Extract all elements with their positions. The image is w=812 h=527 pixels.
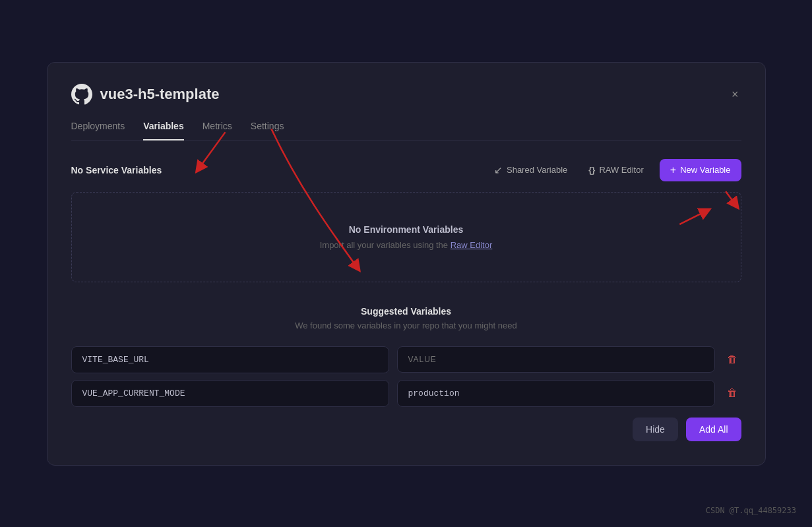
shared-variable-button[interactable]: ↙ Shared Variable [489,162,573,179]
variable-row-2: 🗑 [71,380,741,407]
tab-deployments[interactable]: Deployments [71,121,125,140]
suggested-title: Suggested Variables [71,306,741,317]
add-all-button[interactable]: Add All [686,418,741,441]
var-value-input-1[interactable] [397,346,715,373]
shared-variable-icon: ↙ [494,164,503,176]
modal-title: vue3-h5-template [100,86,220,103]
plus-icon: + [670,164,676,176]
suggested-subtitle: We found some variables in your repo tha… [71,321,741,330]
shared-variable-label: Shared Variable [507,165,567,175]
tab-variables[interactable]: Variables [143,121,184,140]
var-key-input-2[interactable] [71,380,389,407]
tabs-bar: Deployments Variables Metrics Settings [71,121,741,140]
hide-button[interactable]: Hide [633,418,678,441]
raw-editor-label: RAW Editor [599,165,643,175]
no-env-vars-title: No Environment Variables [88,224,725,235]
import-text: Import all your variables using the [320,240,448,250]
watermark: CSDN @T.qq_44859233 [706,506,796,515]
modal-overlay: vue3-h5-template × Deployments Variables… [0,0,812,527]
suggested-section: Suggested Variables We found some variab… [71,306,741,330]
var-key-input-1[interactable] [71,346,389,373]
no-service-variables-label: No Service Variables [71,165,162,175]
raw-editor-button[interactable]: {} RAW Editor [583,162,649,177]
new-variable-label: New Variable [680,165,730,175]
raw-editor-icon: {} [588,165,595,175]
section-header: No Service Variables ↙ Shared Variable {… [71,159,741,181]
variable-row-1: 🗑 [71,346,741,373]
raw-editor-link[interactable]: Raw Editor [451,240,493,250]
tab-metrics[interactable]: Metrics [203,121,232,140]
toolbar: ↙ Shared Variable {} RAW Editor + New Va… [489,159,741,181]
github-icon [71,84,92,105]
trash-icon-1: 🗑 [727,354,737,365]
trash-icon-2: 🗑 [727,387,737,398]
main-modal: vue3-h5-template × Deployments Variables… [47,62,766,466]
bottom-actions: Hide Add All [71,418,741,441]
empty-box-subtitle: Import all your variables using the Raw … [88,240,725,250]
modal-header: vue3-h5-template × [71,84,741,105]
tab-settings[interactable]: Settings [251,121,284,140]
title-row: vue3-h5-template [71,84,220,105]
delete-button-2[interactable]: 🗑 [723,384,741,402]
close-button[interactable]: × [729,86,741,103]
empty-variables-box: No Environment Variables Import all your… [71,192,741,282]
new-variable-button[interactable]: + New Variable [660,159,741,181]
var-value-input-2[interactable] [397,380,715,407]
delete-button-1[interactable]: 🗑 [723,350,741,369]
